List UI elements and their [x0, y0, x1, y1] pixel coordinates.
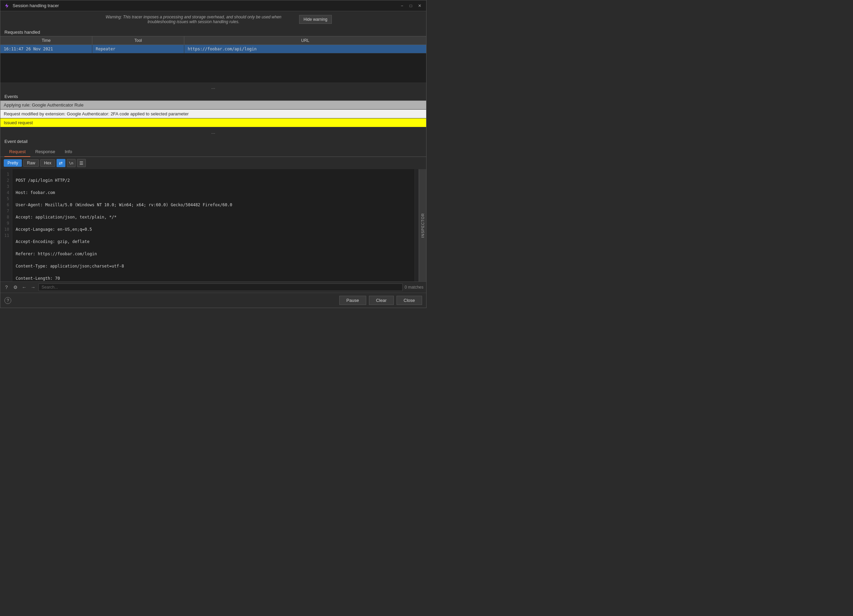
- table-body: 16:11:47 26 Nov 2021 Repeater https://fo…: [0, 45, 426, 82]
- btn-hex[interactable]: Hex: [40, 159, 55, 167]
- newline-icon-btn[interactable]: \n: [67, 159, 76, 167]
- bottom-bar: ? Pause Clear Close: [0, 293, 426, 308]
- requests-table: Time Tool URL 16:11:47 26 Nov 2021 Repea…: [0, 36, 426, 82]
- window-controls: − □ ✕: [399, 3, 423, 9]
- title-bar: Session handling tracer − □ ✕: [0, 0, 426, 11]
- bottom-left: ?: [5, 297, 11, 304]
- warning-text: Warning: This tracer imposes a processin…: [95, 15, 292, 24]
- search-input[interactable]: [38, 283, 403, 291]
- table-row[interactable]: 16:11:47 26 Nov 2021 Repeater https://fo…: [0, 45, 426, 53]
- hide-warning-button[interactable]: Hide warning: [299, 15, 332, 24]
- close-button[interactable]: ✕: [417, 3, 423, 9]
- cell-time: 16:11:47 26 Nov 2021: [0, 45, 92, 53]
- scrollbar[interactable]: [414, 169, 419, 282]
- settings-icon[interactable]: ⚙: [12, 284, 19, 291]
- menu-icon-btn[interactable]: ☰: [77, 159, 86, 167]
- clear-button[interactable]: Clear: [369, 296, 394, 305]
- events-list: Applying rule: Google Authenticator Rule…: [0, 100, 426, 127]
- line-numbers: 1234567891011: [0, 169, 12, 282]
- search-matches: 0 matches: [405, 285, 423, 290]
- inspector-tab[interactable]: INSPECTOR: [419, 169, 426, 282]
- divider-2: ...: [0, 127, 426, 137]
- close-button-bottom[interactable]: Close: [396, 296, 422, 305]
- divider-1: ...: [0, 82, 426, 92]
- back-icon[interactable]: ←: [21, 284, 27, 291]
- col-url: URL: [184, 36, 426, 45]
- toolbar-row: Pretty Raw Hex ⇄ \n ☰: [0, 157, 426, 169]
- events-label: Events: [0, 92, 426, 100]
- event-item-1[interactable]: Applying rule: Google Authenticator Rule: [0, 101, 426, 110]
- event-item-2[interactable]: Request modified by extension: Google Au…: [0, 110, 426, 118]
- main-window: Session handling tracer − □ ✕ Warning: T…: [0, 0, 426, 308]
- maximize-button[interactable]: □: [408, 3, 414, 9]
- col-time: Time: [0, 36, 92, 45]
- event-detail-label: Event detail: [0, 137, 426, 145]
- tabs-row: Request Response Info: [0, 145, 426, 157]
- pause-button[interactable]: Pause: [339, 296, 366, 305]
- tab-info[interactable]: Info: [60, 147, 77, 157]
- tab-response[interactable]: Response: [30, 147, 60, 157]
- inspector-label: INSPECTOR: [421, 213, 425, 238]
- window-title: Session handling tracer: [13, 3, 399, 8]
- events-section: Events Applying rule: Google Authenticat…: [0, 92, 426, 127]
- search-bar: ? ⚙ ← → 0 matches: [0, 282, 426, 293]
- cell-url: https://foobar.com/api/login: [184, 45, 426, 53]
- tab-request[interactable]: Request: [5, 147, 30, 157]
- bottom-help-icon[interactable]: ?: [5, 297, 11, 304]
- forward-icon[interactable]: →: [30, 284, 36, 291]
- minimize-button[interactable]: −: [399, 3, 405, 9]
- requests-handled-label: Requests handled: [0, 27, 426, 36]
- code-content: POST /api/login HTTP/2 Host: foobar.com …: [12, 169, 414, 282]
- btn-pretty[interactable]: Pretty: [4, 159, 22, 167]
- svg-marker-0: [5, 3, 9, 8]
- bolt-icon: [4, 3, 10, 9]
- btn-raw[interactable]: Raw: [23, 159, 39, 167]
- code-area-wrapper: 1234567891011 POST /api/login HTTP/2 Hos…: [0, 169, 426, 282]
- cell-tool: Repeater: [92, 45, 184, 53]
- wrap-icon-btn[interactable]: ⇄: [56, 159, 65, 167]
- event-item-3[interactable]: Issued request: [0, 118, 426, 127]
- event-detail-section: Event detail Request Response Info Prett…: [0, 137, 426, 293]
- bottom-right: Pause Clear Close: [339, 296, 422, 305]
- help-circle-icon[interactable]: ?: [3, 284, 10, 291]
- table-header: Time Tool URL: [0, 36, 426, 45]
- col-tool: Tool: [92, 36, 184, 45]
- warning-bar: Warning: This tracer imposes a processin…: [0, 11, 426, 27]
